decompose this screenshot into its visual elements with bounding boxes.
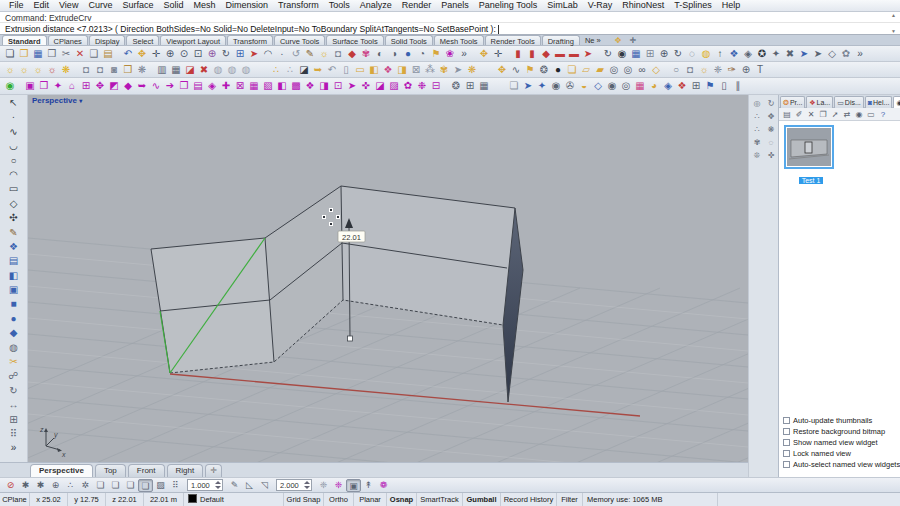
- toolbar-icon[interactable]: ◘: [79, 63, 93, 77]
- toolbar-icon[interactable]: ❋: [465, 63, 479, 77]
- toolbar-icon[interactable]: ❖: [727, 47, 741, 61]
- status-cell[interactable]: Record History: [501, 493, 557, 506]
- tool-icon[interactable]: ↻: [6, 384, 21, 398]
- toolbar-icon[interactable]: ◧: [275, 79, 289, 93]
- menu-item[interactable]: View: [54, 0, 83, 11]
- toolbar-icon[interactable]: ❈: [711, 63, 725, 77]
- panel-toolbar-icon[interactable]: ✕: [805, 109, 817, 120]
- status-cell[interactable]: Memory use: 1065 MB: [583, 493, 718, 506]
- named-view-option[interactable]: Show named view widget: [783, 438, 900, 447]
- tool-icon[interactable]: ↖: [6, 96, 21, 110]
- toolbar-icon[interactable]: ⊠: [409, 63, 423, 77]
- tool-icon[interactable]: ■: [6, 297, 21, 311]
- scroll-down-icon[interactable]: ▼: [891, 28, 896, 34]
- toolbar-icon[interactable]: ◇: [649, 63, 663, 77]
- toolbar-icon[interactable]: ◩: [107, 79, 121, 93]
- panel-tab[interactable]: ◉ Na...: [893, 96, 900, 108]
- tool-icon[interactable]: ●: [6, 312, 21, 326]
- status-cell[interactable]: CPlane: [0, 493, 30, 506]
- tool-icon[interactable]: ◧: [6, 269, 21, 283]
- tool-icon[interactable]: ▤: [6, 254, 21, 268]
- toolbar-tab[interactable]: Solid Tools: [385, 35, 433, 45]
- toolbar-icon[interactable]: ❂: [449, 79, 463, 93]
- toolbar-icon[interactable]: ✖: [783, 47, 797, 61]
- toolbar-icon[interactable]: ◉: [549, 79, 563, 93]
- toolbar-icon[interactable]: ⌂: [65, 79, 79, 93]
- toolbar-tab[interactable]: Mesh Tools: [434, 35, 484, 45]
- measure-tool-icon[interactable]: ◹: [257, 479, 272, 492]
- toolbar-icon[interactable]: ●: [551, 63, 565, 77]
- toolbar-icon[interactable]: ◘: [93, 63, 107, 77]
- toolbar-icon[interactable]: ◍: [211, 63, 225, 77]
- toolbar-icon[interactable]: ➤: [345, 79, 359, 93]
- tool-icon[interactable]: ∿: [6, 125, 21, 139]
- toolbar-icon[interactable]: ❀: [443, 47, 457, 61]
- toolbar-icon[interactable]: ▦: [247, 79, 261, 93]
- panel-toolbar-icon[interactable]: ❐: [817, 109, 829, 120]
- toolbar-icon[interactable]: ✖: [197, 63, 211, 77]
- toolbar-icon[interactable]: ❖: [381, 63, 395, 77]
- panel-toolbar-icon[interactable]: ⇄: [841, 109, 853, 120]
- toolbar-icon[interactable]: ✎: [303, 47, 317, 61]
- toolbar-icon[interactable]: ◍: [239, 63, 253, 77]
- toolbar-icon[interactable]: ❏: [3, 47, 17, 61]
- snap-tool-icon[interactable]: ✱: [33, 479, 48, 492]
- toolbar-icon[interactable]: ▱: [579, 63, 593, 77]
- toolbar-icon[interactable]: [253, 63, 269, 77]
- toolbar-icon[interactable]: ➥: [311, 63, 325, 77]
- toolbar-icon[interactable]: ⊠: [233, 79, 247, 93]
- toolbar-icon[interactable]: ◔: [415, 47, 429, 61]
- toolbar-icon[interactable]: ◈: [205, 79, 219, 93]
- toolbar-icon[interactable]: ▤: [191, 79, 205, 93]
- snap-tool-icon[interactable]: ✲: [78, 479, 93, 492]
- toolbar-icon[interactable]: ❉: [415, 79, 429, 93]
- menu-item[interactable]: File: [4, 0, 29, 11]
- status-cell[interactable]: Ortho: [324, 493, 354, 506]
- dock-icon[interactable]: ∴: [751, 111, 763, 123]
- toolbar-icon[interactable]: ➤: [581, 47, 595, 61]
- toolbar-icon[interactable]: ◆: [345, 47, 359, 61]
- toolbar-icon[interactable]: ◈: [661, 79, 675, 93]
- angle-spinner[interactable]: 2.000: [276, 479, 312, 491]
- toolbar-icon[interactable]: ▦: [31, 47, 45, 61]
- tool-icon[interactable]: ⠿: [6, 427, 21, 441]
- menu-item[interactable]: Render: [397, 0, 437, 11]
- menu-item[interactable]: Paneling Tools: [474, 0, 542, 11]
- toolbar-icon[interactable]: ∥: [731, 79, 745, 93]
- snap-tool-icon[interactable]: ❏: [138, 479, 153, 492]
- snap-tool-icon[interactable]: ❏: [123, 479, 138, 492]
- panel-toolbar-icon[interactable]: ▤: [781, 109, 793, 120]
- gumball-tool-icon[interactable]: ↟: [361, 479, 376, 492]
- menu-item[interactable]: Solid: [158, 0, 188, 11]
- dock-icon[interactable]: ❊: [751, 150, 763, 162]
- status-cell[interactable]: z 22.01: [106, 493, 144, 506]
- tab-overflow[interactable]: Ne »: [581, 36, 605, 45]
- grid-spacing-spinner[interactable]: 1.000: [187, 479, 223, 491]
- toolbar-icon[interactable]: ➤: [811, 47, 825, 61]
- toolbar-icon[interactable]: ◒: [577, 79, 591, 93]
- toolbar-icon[interactable]: ▬: [567, 47, 581, 61]
- toolbar-icon[interactable]: [491, 79, 507, 93]
- toolbar-icon[interactable]: ●: [401, 47, 415, 61]
- toolbar-icon[interactable]: ▬: [553, 47, 567, 61]
- toolbar-icon[interactable]: ✕: [73, 47, 87, 61]
- toolbar-icon[interactable]: ▮: [511, 47, 525, 61]
- toolbar-icon[interactable]: ↑: [713, 47, 727, 61]
- toolbar-icon[interactable]: ▦: [477, 79, 491, 93]
- menu-item[interactable]: T-Splines: [669, 0, 717, 11]
- named-view-option[interactable]: Lock named view: [783, 449, 900, 458]
- toolbar-icon[interactable]: ⊕: [163, 47, 177, 61]
- toolbar-icon[interactable]: ◉: [3, 79, 17, 93]
- toolbar-icon[interactable]: ✦: [769, 47, 783, 61]
- toolbar-icon[interactable]: ▤: [101, 47, 115, 61]
- dock-icon[interactable]: ↻: [765, 98, 777, 110]
- toolbar-icon[interactable]: ▦: [629, 47, 643, 61]
- named-view-option[interactable]: Restore background bitmap: [783, 427, 900, 436]
- toolbar-icon[interactable]: ❖: [675, 79, 689, 93]
- toolbar-icon[interactable]: ◘: [331, 47, 345, 61]
- status-cell[interactable]: 22.01 m: [144, 493, 184, 506]
- toolbar-icon[interactable]: ⊞: [233, 47, 247, 61]
- panel-tab[interactable]: ◙ Hel...: [865, 96, 893, 108]
- toolbar-icon[interactable]: ❖: [303, 79, 317, 93]
- menu-item[interactable]: Transform: [273, 0, 324, 11]
